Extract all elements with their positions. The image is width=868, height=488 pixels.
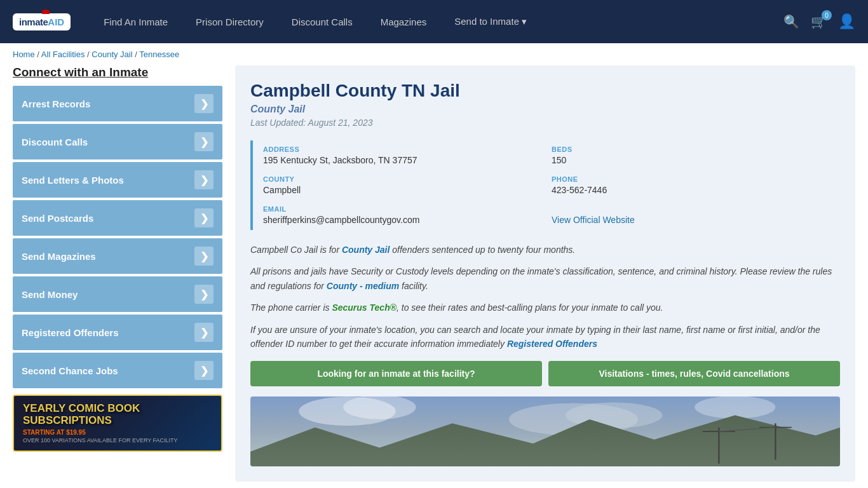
county-medium-link[interactable]: County - medium bbox=[327, 281, 399, 291]
info-block-phone: PHONE 423-562-7446 bbox=[552, 170, 840, 200]
facility-desc2: All prisons and jails have Security or C… bbox=[250, 264, 840, 293]
sidebar-arrow-magazines: ❯ bbox=[194, 247, 214, 266]
registered-offenders-link[interactable]: Registered Offenders bbox=[507, 339, 597, 349]
ad-subtitle: STARTING AT $19.95 bbox=[23, 429, 212, 436]
content-area: Campbell County TN Jail County Jail Last… bbox=[235, 65, 855, 482]
site-header: inmate AID Find An Inmate Prison Directo… bbox=[0, 0, 868, 43]
breadcrumb-home[interactable]: Home bbox=[13, 50, 35, 59]
logo[interactable]: inmate AID bbox=[13, 13, 71, 30]
facility-desc4: If you are unsure of your inmate's locat… bbox=[250, 323, 840, 351]
facility-updated-label: Last Updated: bbox=[250, 118, 306, 128]
search-icon[interactable]: 🔍 bbox=[783, 14, 799, 29]
facility-desc3: The phone carrier is Securus Tech®, to s… bbox=[250, 301, 840, 315]
beds-label: BEDS bbox=[552, 146, 832, 153]
connect-title: Connect with an Inmate bbox=[13, 65, 222, 79]
phone-value: 423-562-7446 bbox=[552, 185, 832, 195]
email-label: EMAIL bbox=[263, 205, 544, 213]
visitations-button[interactable]: Visitations - times, rules, Covid cancel… bbox=[548, 361, 840, 386]
cart-icon[interactable]: 🛒 0 bbox=[811, 14, 827, 29]
official-website-link[interactable]: View Official Website bbox=[552, 215, 635, 225]
main-nav: Find An Inmate Prison Directory Discount… bbox=[90, 0, 783, 43]
sidebar-label-send-money: Send Money bbox=[22, 289, 78, 300]
nav-send-to-inmate[interactable]: Send to Inmate ▾ bbox=[440, 0, 541, 43]
sidebar-label-arrest-records: Arrest Records bbox=[22, 98, 90, 109]
breadcrumb-all-facilities[interactable]: All Facilities bbox=[41, 50, 85, 59]
sidebar-item-send-letters[interactable]: Send Letters & Photos ❯ bbox=[13, 162, 222, 198]
header-icons: 🔍 🛒 0 👤 bbox=[783, 13, 855, 30]
logo-inmate-text: inmate bbox=[19, 17, 48, 27]
sidebar-arrow-letters: ❯ bbox=[194, 170, 214, 189]
ad-desc: OVER 100 VARIATIONS AVAILABLE FOR EVERY … bbox=[23, 437, 212, 444]
sidebar-arrow-money: ❯ bbox=[194, 285, 214, 304]
ad-banner[interactable]: YEARLY COMIC BOOKSUBSCRIPTIONS STARTING … bbox=[13, 395, 222, 452]
main-container: Connect with an Inmate Arrest Records ❯ … bbox=[0, 65, 868, 488]
cart-badge: 0 bbox=[822, 10, 832, 20]
phone-label: PHONE bbox=[552, 175, 832, 183]
sidebar-item-second-chance-jobs[interactable]: Second Chance Jobs ❯ bbox=[13, 353, 222, 388]
sidebar-arrow-jobs: ❯ bbox=[194, 361, 214, 380]
svg-point-5 bbox=[695, 396, 775, 419]
beds-value: 150 bbox=[552, 155, 832, 165]
sidebar-arrow-postcards: ❯ bbox=[194, 208, 214, 227]
info-block-county: COUNTY Campbell bbox=[263, 170, 552, 200]
breadcrumb: Home / All Facilities / County Jail / Te… bbox=[0, 43, 868, 65]
info-block-beds: BEDS 150 bbox=[552, 140, 840, 170]
sidebar-label-send-magazines: Send Magazines bbox=[22, 251, 96, 262]
county-jail-link[interactable]: County Jail bbox=[342, 245, 390, 255]
nav-magazines[interactable]: Magazines bbox=[367, 0, 441, 43]
sidebar-label-second-chance-jobs: Second Chance Jobs bbox=[22, 365, 118, 376]
facility-desc1: Campbell Co Jail is for County Jail offe… bbox=[250, 243, 840, 257]
sidebar-arrow-discount: ❯ bbox=[194, 132, 214, 151]
logo-hat-icon bbox=[42, 10, 50, 14]
sidebar-arrow-arrest: ❯ bbox=[194, 94, 214, 113]
facility-updated: Last Updated: August 21, 2023 bbox=[250, 118, 840, 128]
sidebar-item-arrest-records[interactable]: Arrest Records ❯ bbox=[13, 86, 222, 121]
sidebar-item-registered-offenders[interactable]: Registered Offenders ❯ bbox=[13, 315, 222, 350]
breadcrumb-county-jail[interactable]: County Jail bbox=[92, 50, 132, 59]
facility-info-grid: ADDRESS 195 Kentucky St, Jacksboro, TN 3… bbox=[250, 140, 840, 230]
sidebar-label-registered-offenders: Registered Offenders bbox=[22, 327, 119, 338]
securus-link[interactable]: Securus Tech® bbox=[332, 302, 397, 313]
action-buttons: Looking for an inmate at this facility? … bbox=[250, 361, 840, 386]
sidebar-arrow-offenders: ❯ bbox=[194, 323, 214, 342]
nav-prison-directory[interactable]: Prison Directory bbox=[182, 0, 278, 43]
user-icon[interactable]: 👤 bbox=[838, 13, 855, 30]
facility-photo bbox=[250, 396, 840, 466]
logo-aid-text: AID bbox=[48, 17, 64, 27]
address-label: ADDRESS bbox=[263, 146, 544, 153]
county-label: COUNTY bbox=[263, 175, 544, 183]
sidebar-label-discount-calls: Discount Calls bbox=[22, 137, 88, 147]
email-value: sheriffperkins@campbellcountygov.com bbox=[263, 215, 544, 225]
address-value: 195 Kentucky St, Jacksboro, TN 37757 bbox=[263, 155, 544, 165]
sidebar: Connect with an Inmate Arrest Records ❯ … bbox=[13, 65, 222, 482]
sidebar-label-send-postcards: Send Postcards bbox=[22, 213, 93, 224]
info-block-website: View Official Website bbox=[552, 200, 840, 230]
info-block-email: EMAIL sheriffperkins@campbellcountygov.c… bbox=[263, 200, 552, 230]
county-value: Campbell bbox=[263, 185, 544, 195]
facility-subtitle: County Jail bbox=[250, 104, 840, 115]
facility-title: Campbell County TN Jail bbox=[250, 81, 840, 101]
nav-discount-calls[interactable]: Discount Calls bbox=[278, 0, 367, 43]
info-block-address: ADDRESS 195 Kentucky St, Jacksboro, TN 3… bbox=[263, 140, 552, 170]
nav-find-inmate[interactable]: Find An Inmate bbox=[90, 0, 182, 43]
looking-for-inmate-button[interactable]: Looking for an inmate at this facility? bbox=[250, 361, 542, 386]
sidebar-item-discount-calls[interactable]: Discount Calls ❯ bbox=[13, 124, 222, 159]
ad-title: YEARLY COMIC BOOKSUBSCRIPTIONS bbox=[23, 403, 212, 426]
sidebar-label-send-letters: Send Letters & Photos bbox=[22, 175, 124, 186]
breadcrumb-tennessee[interactable]: Tennessee bbox=[139, 50, 179, 59]
facility-image bbox=[250, 396, 840, 466]
facility-updated-date: August 21, 2023 bbox=[308, 118, 373, 128]
sidebar-item-send-magazines[interactable]: Send Magazines ❯ bbox=[13, 238, 222, 274]
sidebar-item-send-postcards[interactable]: Send Postcards ❯ bbox=[13, 200, 222, 236]
sidebar-item-send-money[interactable]: Send Money ❯ bbox=[13, 276, 222, 312]
